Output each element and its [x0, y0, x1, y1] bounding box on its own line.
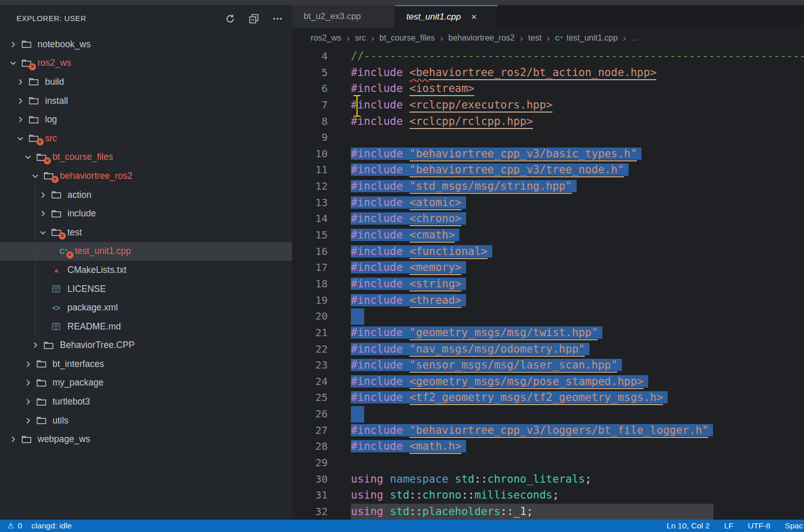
tree-item-webpage_ws[interactable]: webpage_ws — [0, 430, 292, 449]
code-line-14[interactable]: 14 #include <chrono> — [292, 211, 804, 227]
chevron-right-icon[interactable] — [21, 417, 34, 425]
code-line-24[interactable]: 24 #include <geometry_msgs/msg/pose_stam… — [292, 374, 804, 390]
breadcrumb-item-...[interactable]: ... — [631, 33, 638, 43]
tree-item-BehaviorTree.CPP[interactable]: BehaviorTree.CPP — [0, 336, 292, 355]
tree-item-src[interactable]: × src — [0, 129, 292, 148]
tab-bt_u2_ex3.cpp[interactable]: bt_u2_ex3.cpp — [292, 5, 395, 28]
breadcrumb-item-behaviortree_ros2[interactable]: behaviortree_ros2 — [449, 33, 515, 43]
line-number: 14 — [292, 211, 328, 227]
tree-item-log[interactable]: log — [0, 110, 292, 129]
code-line-10[interactable]: 10 #include "behaviortree_cpp_v3/basic_t… — [292, 146, 804, 162]
close-icon[interactable]: × — [471, 11, 477, 23]
folder-icon — [49, 210, 63, 218]
breadcrumb-item-test_unit1.cpp[interactable]: C⁺test_unit1.cpp — [555, 33, 618, 43]
folder-icon — [34, 360, 48, 368]
code-line-8[interactable]: 8 #include <rclcpp/rclcpp.hpp> — [292, 114, 804, 130]
tab-test_unit1.cpp[interactable]: test_unit1.cpp × — [395, 5, 498, 28]
tree-item-turtlebot3[interactable]: turtlebot3 — [0, 392, 292, 411]
status-item[interactable]: LF — [724, 521, 734, 530]
code-line-32[interactable]: 32 using std::placeholders::_1; — [292, 504, 804, 520]
code-line-23[interactable]: 23 #include "sensor_msgs/msg/laser_scan.… — [292, 357, 804, 374]
line-number: 6 — [292, 81, 328, 97]
code-line-25[interactable]: 25 #include <tf2_geometry_msgs/tf2_geome… — [292, 390, 804, 406]
code-line-4[interactable]: 4 //------------------------------------… — [292, 48, 804, 65]
status-item[interactable]: Ln 10, Col 2 — [667, 521, 710, 530]
folder-icon: × — [42, 172, 56, 180]
status-warning[interactable]: ⚠0 — [7, 521, 22, 530]
tree-item-package.xml[interactable]: <> package.xml — [0, 298, 292, 317]
tree-item-LICENSE[interactable]: LICENSE — [0, 280, 292, 299]
tree-item-label: notebook_ws — [38, 39, 91, 50]
chevron-right-icon[interactable] — [21, 360, 34, 368]
chevron-down-icon[interactable] — [36, 229, 49, 236]
code-line-31[interactable]: 31 using std::chrono::milliseconds; — [292, 487, 804, 504]
tree-item-install[interactable]: install — [0, 91, 292, 111]
chevron-right-icon[interactable] — [36, 191, 49, 199]
chevron-right-icon[interactable] — [21, 379, 34, 387]
code-line-22[interactable]: 22 #include "nav_msgs/msg/odometry.hpp" — [292, 341, 804, 358]
code-line-12[interactable]: 12 #include "std_msgs/msg/string.hpp" — [292, 178, 804, 195]
code-line-19[interactable]: 19 #include <thread> — [292, 292, 804, 309]
code-line-26[interactable]: 26 — [292, 406, 804, 423]
chevron-right-icon[interactable] — [14, 78, 27, 86]
status-item[interactable]: Spac — [785, 521, 803, 530]
code-line-13[interactable]: 13 #include <atomic> — [292, 195, 804, 211]
code-line-6[interactable]: 6 #include <iostream> — [292, 81, 804, 97]
tree-item-utils[interactable]: utils — [0, 411, 292, 430]
tree-item-behaviortree_ros2[interactable]: × behaviortree_ros2 — [0, 167, 292, 186]
tree-item-README.md[interactable]: README.md — [0, 317, 292, 336]
tree-item-ros2_ws[interactable]: × ros2_ws — [0, 54, 292, 73]
tree-item-label: src — [45, 133, 57, 144]
chevron-right-icon[interactable] — [21, 398, 34, 406]
tree-item-CMakeLists.txt[interactable]: ▲ CMakeLists.txt — [0, 261, 292, 280]
code-line-7[interactable]: 7 #include <rclcpp/executors.hpp> — [292, 97, 804, 114]
tree-item-notebook_ws[interactable]: notebook_ws — [0, 35, 292, 54]
code-line-27[interactable]: 27 #include "behaviortree_cpp_v3/loggers… — [292, 423, 804, 439]
folder-icon — [20, 435, 33, 444]
chevron-right-icon[interactable] — [14, 97, 27, 105]
chevron-down-icon[interactable] — [21, 153, 34, 161]
status-item[interactable]: UTF-8 — [748, 521, 771, 530]
tree-item-my_package[interactable]: my_package — [0, 374, 292, 393]
code-line-15[interactable]: 15 #include <cmath> — [292, 227, 804, 244]
code-line-5[interactable]: 5 #include <behaviortree_ros2/bt_action_… — [292, 65, 804, 81]
tree-item-build[interactable]: build — [0, 72, 292, 91]
chevron-right-icon[interactable] — [6, 41, 20, 48]
chevron-down-icon[interactable] — [29, 172, 42, 180]
code-line-21[interactable]: 21 #include "geometry_msgs/msg/twist.hpp… — [292, 325, 804, 341]
tree-item-include[interactable]: include — [0, 204, 292, 223]
line-number: 12 — [292, 178, 328, 195]
editor-group: bt_u2_ex3.cpp test_unit1.cpp × ros2_ws› … — [292, 5, 804, 520]
code-line-29[interactable]: 29 — [292, 455, 804, 471]
folder-icon: × — [27, 134, 41, 142]
line-number: 9 — [292, 130, 328, 146]
breadcrumb-item-ros2_ws[interactable]: ros2_ws — [311, 33, 342, 43]
chevron-down-icon[interactable] — [6, 59, 20, 67]
refresh-icon[interactable] — [224, 13, 236, 24]
chevron-right-icon[interactable] — [6, 435, 20, 443]
tree-item-test[interactable]: × test — [0, 223, 292, 242]
code-editor[interactable]: 4 //------------------------------------… — [292, 48, 804, 520]
code-line-18[interactable]: 18 #include <string> — [292, 276, 804, 292]
tree-item-bt_course_files[interactable]: × bt_course_files — [0, 148, 292, 167]
chevron-right-icon[interactable] — [36, 210, 49, 217]
collapse-all-icon[interactable] — [248, 13, 259, 24]
code-line-11[interactable]: 11 #include "behaviortree_cpp_v3/tree_no… — [292, 162, 804, 178]
code-line-16[interactable]: 16 #include <functional> — [292, 244, 804, 260]
tree-item-test_unit1.cpp[interactable]: C⁺× test_unit1.cpp — [0, 242, 292, 261]
code-line-9[interactable]: 9 — [292, 130, 804, 146]
code-line-17[interactable]: 17 #include <memory> — [292, 260, 804, 276]
tree-item-bt_interfaces[interactable]: bt_interfaces — [0, 355, 292, 374]
code-line-28[interactable]: 28 #include <math.h> — [292, 438, 804, 455]
breadcrumb-item-src[interactable]: src — [355, 33, 366, 43]
code-line-20[interactable]: 20 — [292, 308, 804, 325]
status-item[interactable]: clangd: idle — [31, 521, 72, 530]
tree-item-action[interactable]: action — [0, 186, 292, 205]
chevron-right-icon[interactable] — [14, 116, 27, 123]
chevron-down-icon[interactable] — [14, 135, 27, 142]
chevron-right-icon[interactable] — [29, 341, 42, 349]
code-line-30[interactable]: 30 using namespace std::chrono_literals; — [292, 471, 804, 488]
more-icon[interactable] — [272, 13, 283, 24]
breadcrumb-item-bt_course_files[interactable]: bt_course_files — [380, 33, 435, 43]
breadcrumb-item-test[interactable]: test — [528, 33, 542, 43]
